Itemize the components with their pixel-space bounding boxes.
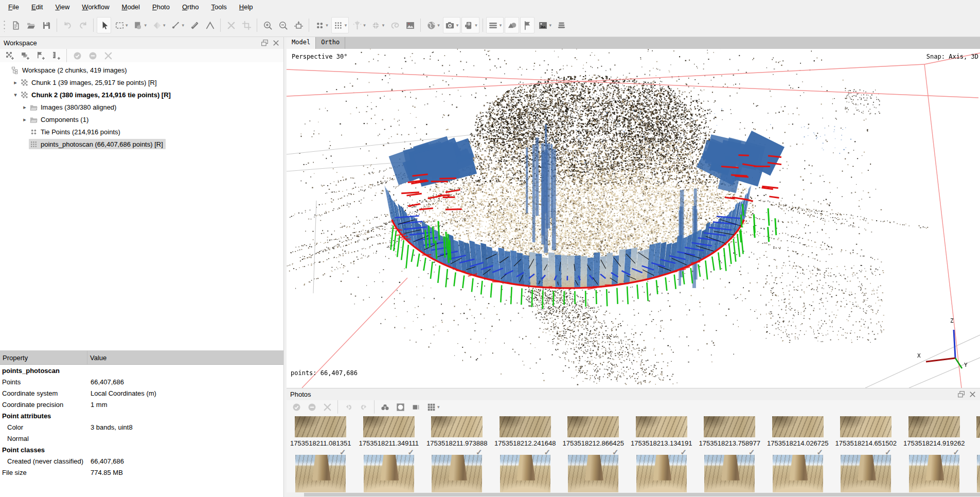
zoom-out-button[interactable] [276,17,290,33]
workspace-add-chunk-button[interactable] [3,49,17,62]
photo-thumbnail[interactable] [295,416,346,437]
menu-help[interactable]: Help [233,1,259,13]
tree-row-content[interactable]: Components (1) [29,114,91,125]
tree-row[interactable]: ▸Components (1) [0,113,283,126]
zoom-in-button[interactable] [260,17,275,33]
photo-thumbnail[interactable] [772,416,824,437]
show-items-button[interactable]: ▾ [486,17,504,33]
photos-filter-photos-button[interactable] [378,400,392,414]
photo-thumbnail[interactable] [500,455,550,492]
tree-row-selected[interactable]: points_photoscan (66,407,686 points) [R] [29,139,166,149]
open-folder-button[interactable] [24,17,38,33]
photos-details-view-button[interactable] [408,400,423,414]
photo-thumbnail[interactable] [567,416,619,437]
menu-photo[interactable]: Photo [146,1,176,13]
photo-thumbnail[interactable] [500,416,551,437]
tree-row[interactable]: ▸Chunk 1 (39 images, 25,917 tie points) … [0,76,283,88]
model-viewport[interactable]: Perspective 30° Snap: Axis, 3D points: 6… [287,49,980,388]
dropdown-arrow-icon[interactable]: ▾ [437,404,440,410]
model-shaded-button[interactable]: ▾ [369,17,387,33]
photos-disable-photo-button[interactable] [305,400,319,414]
dropdown-arrow-icon[interactable]: ▾ [345,23,347,28]
photos-show-masks-button[interactable] [393,400,407,414]
menu-ortho[interactable]: Ortho [176,1,205,13]
photo-thumbnail[interactable] [636,416,687,437]
tree-row-content[interactable]: Images (380/380 aligned) [29,102,119,112]
menu-model[interactable]: Model [116,1,146,13]
menu-file[interactable]: File [2,1,25,13]
expander-collapsed-icon[interactable]: ▸ [11,79,20,86]
expander-collapsed-icon[interactable]: ▸ [21,116,29,123]
photo-thumbnail[interactable] [704,455,755,492]
dropdown-arrow-icon[interactable]: ▾ [145,23,147,28]
tab-ortho[interactable]: Ortho [316,37,345,49]
dropdown-arrow-icon[interactable]: ▾ [437,23,440,28]
tree-row[interactable]: Tie Points (214,916 points) [0,126,283,138]
undo-button[interactable] [60,17,75,33]
tree-row-content[interactable]: Chunk 1 (39 images, 25,917 tie points) [… [20,77,159,87]
photo-thumbnail[interactable] [363,416,415,437]
dropdown-arrow-icon[interactable]: ▾ [326,23,328,28]
dropdown-arrow-icon[interactable]: ▾ [549,23,551,28]
tree-row[interactable]: Workspace (2 chunks, 419 images) [0,64,283,76]
dropdown-arrow-icon[interactable]: ▾ [163,23,166,28]
point-cloud-canvas[interactable] [287,49,980,388]
expander-expanded-icon[interactable]: ▾ [11,92,20,98]
show-cameras-button[interactable]: ▾ [443,17,461,33]
photo-thumbnail[interactable] [773,455,823,492]
delete-selection-button[interactable] [224,17,238,33]
redo-button[interactable] [76,17,90,33]
gradual-selection-button[interactable]: ▾ [150,17,168,33]
photo-thumbnail[interactable] [840,416,892,437]
workspace-add-scalebar-button[interactable] [49,49,63,62]
draw-polyline-button[interactable]: ▾ [169,17,187,33]
dropdown-arrow-icon[interactable]: ▾ [382,23,385,28]
photo-thumbnail[interactable] [841,455,891,492]
tree-row[interactable]: points_photoscan (66,407,686 points) [R] [0,138,283,150]
expander-collapsed-icon[interactable]: ▸ [21,104,29,111]
selection-cursor-button[interactable] [97,17,111,33]
dropdown-arrow-icon[interactable]: ▾ [363,23,366,28]
photo-thumbnail[interactable] [636,455,687,492]
dropdown-arrow-icon[interactable]: ▾ [126,23,128,28]
angle-measure-button[interactable] [203,17,217,33]
tab-model[interactable]: Model [287,37,316,49]
float-panel-icon[interactable] [955,390,967,399]
gaussian-splats-button[interactable]: ▾ [350,17,368,33]
photos-rotate-left-button[interactable] [341,400,355,414]
workspace-enable-item-button[interactable] [70,49,84,62]
menu-view[interactable]: View [49,1,76,13]
property-column-header[interactable]: Property [0,351,87,364]
photos-remove-photo-button[interactable] [320,400,334,414]
tree-row-content[interactable]: Chunk 2 (380 images, 214,916 tie points)… [20,90,173,100]
photo-thumbnail[interactable] [295,455,346,492]
rectangle-select-button[interactable]: ▾ [112,17,130,33]
photos-horizontal-scrollbar[interactable] [287,492,980,497]
value-column-header[interactable]: Value [87,351,283,364]
toolbar-drag-handle[interactable] [3,19,6,32]
photo-thumbnail[interactable] [908,416,960,437]
dropdown-arrow-icon[interactable]: ▾ [182,23,185,28]
workspace-add-marker-button[interactable] [33,49,48,62]
show-images-button[interactable]: ▾ [536,17,554,33]
close-panel-icon[interactable] [270,39,281,48]
tree-row[interactable]: ▾Chunk 2 (380 images, 214,916 tie points… [0,88,283,101]
tree-row-content[interactable]: Workspace (2 chunks, 419 images) [10,65,130,75]
show-layers-button[interactable] [555,17,569,33]
crop-selection-button[interactable] [239,17,254,33]
dropdown-arrow-icon[interactable]: ▾ [456,23,459,28]
photos-icons-view-button[interactable]: ▾ [424,400,442,414]
show-shapes-button[interactable] [505,17,519,33]
image-pan-button[interactable]: ▾ [131,17,149,33]
show-thumbnails-button[interactable]: ▾ [461,17,479,33]
tie-points-button[interactable]: ▾ [312,17,330,33]
show-markers-button[interactable] [520,17,534,33]
photos-rotate-right-button[interactable] [357,400,371,414]
photo-thumbnail[interactable] [704,416,755,437]
show-aligned-button[interactable]: ▾ [424,17,442,33]
photo-thumbnail[interactable] [976,416,980,438]
photo-thumbnail[interactable] [431,416,483,437]
model-wireframe-button[interactable] [387,17,402,33]
tree-row[interactable]: ▸Images (380/380 aligned) [0,101,283,113]
menu-tools[interactable]: Tools [205,1,233,13]
